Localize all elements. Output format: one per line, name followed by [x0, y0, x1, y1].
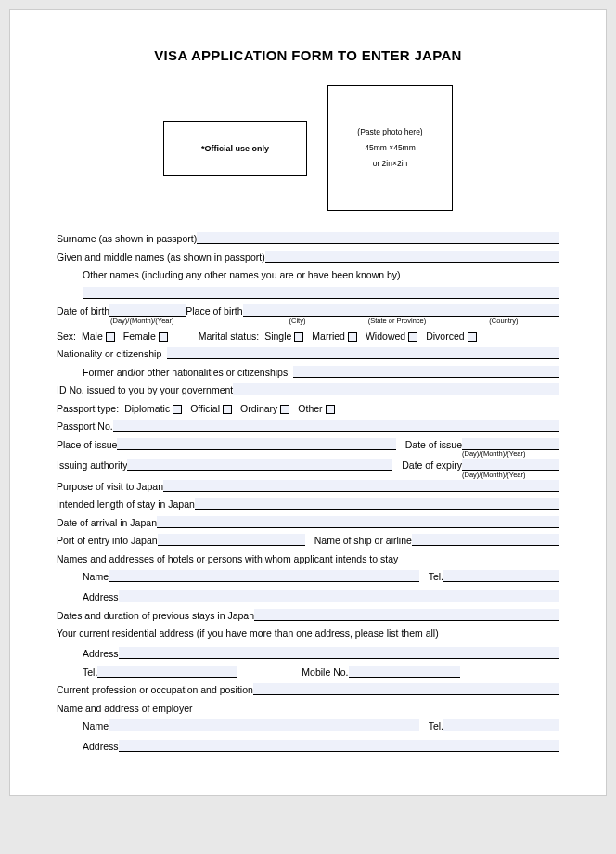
row-other-names-label: Other names (including any other names y…	[57, 267, 559, 280]
label-ship-airline: Name of ship or airline	[314, 535, 412, 546]
row-given-names: Given and middle names (as shown in pass…	[57, 250, 559, 263]
checkbox-married[interactable]	[348, 332, 357, 342]
input-passport-no[interactable]	[113, 420, 559, 432]
row-id-no: ID No. issued to you by your government	[57, 382, 559, 395]
input-given-names[interactable]	[265, 251, 559, 263]
label-divorced: Divorced	[426, 330, 464, 342]
input-res-address[interactable]	[119, 647, 559, 659]
input-other-names[interactable]	[83, 287, 559, 299]
checkbox-widowed[interactable]	[408, 332, 417, 342]
row-hotels-label: Names and addresses of hotels or persons…	[57, 551, 559, 564]
checkbox-official[interactable]	[223, 405, 232, 414]
label-employer-address: Address	[83, 741, 119, 752]
label-sex: Sex:	[57, 330, 76, 342]
input-hotel-tel[interactable]	[443, 570, 559, 582]
label-diplomatic: Diplomatic	[124, 403, 170, 414]
input-surname[interactable]	[197, 232, 559, 244]
input-date-issue[interactable]	[462, 438, 559, 450]
checkbox-divorced[interactable]	[468, 332, 477, 342]
input-id-no[interactable]	[233, 383, 559, 395]
input-intended-length[interactable]	[195, 498, 559, 510]
row-sex-marital: Sex: Male Female Marital status: Single …	[57, 329, 559, 342]
input-date-arrival[interactable]	[157, 516, 559, 528]
label-employer: Name and address of employer	[57, 703, 193, 714]
label-widowed: Widowed	[366, 330, 405, 342]
checkbox-diplomatic[interactable]	[173, 405, 182, 414]
label-given-names: Given and middle names (as shown in pass…	[57, 252, 265, 263]
label-current-address: Your current residential address (if you…	[57, 628, 439, 639]
row-hotel-name: Name Tel.	[57, 569, 559, 582]
input-place-issue[interactable]	[117, 438, 395, 450]
input-hotel-name[interactable]	[109, 570, 419, 582]
label-hotel-address: Address	[83, 591, 119, 602]
label-surname: Surname (as shown in passport)	[57, 233, 197, 244]
input-nationality[interactable]	[167, 347, 559, 359]
row-date-arrival: Date of arrival in Japan	[57, 515, 559, 528]
label-dob: Date of birth	[57, 305, 109, 317]
input-pob[interactable]	[243, 304, 560, 317]
photo-line2: 45mm ×45mm	[365, 140, 416, 156]
form-title: VISA APPLICATION FORM TO ENTER JAPAN	[57, 47, 559, 63]
row-res-tel-mobile: Tel. Mobile No.	[57, 665, 559, 678]
sublabel-state: (State or Province)	[346, 317, 448, 325]
input-employer-address[interactable]	[119, 740, 559, 752]
input-port-entry[interactable]	[158, 534, 305, 546]
label-purpose: Purpose of visit to Japan	[57, 481, 163, 492]
row-intended-length: Intended length of stay in Japan	[57, 497, 559, 510]
input-employer-name[interactable]	[109, 719, 419, 731]
input-res-tel[interactable]	[97, 666, 237, 678]
row-dob-pob: Date of birth Place of birth	[57, 304, 559, 317]
label-issuing-authority: Issuing authority	[57, 459, 127, 471]
row-previous-stays: Dates and duration of previous stays in …	[57, 608, 559, 621]
input-ship-airline[interactable]	[412, 534, 559, 546]
checkbox-male[interactable]	[106, 332, 115, 342]
row-surname: Surname (as shown in passport)	[57, 231, 559, 244]
input-date-expiry[interactable]	[462, 459, 559, 471]
label-female: Female	[123, 330, 156, 342]
label-profession: Current profession or occupation and pos…	[57, 684, 253, 695]
row-former-nationality: Former and/or other nationalities or cit…	[57, 365, 559, 378]
sublabel-dmy-expiry: (Day)/(Month)/(Year)	[462, 471, 559, 479]
official-use-box: *Official use only	[163, 121, 307, 176]
checkbox-other[interactable]	[326, 405, 335, 414]
label-date-arrival: Date of arrival in Japan	[57, 517, 157, 528]
label-mobile-no: Mobile No.	[302, 666, 348, 678]
photo-line1: (Paste photo here)	[357, 124, 422, 140]
label-previous-stays: Dates and duration of previous stays in …	[57, 610, 254, 621]
label-res-tel: Tel.	[83, 666, 97, 678]
input-purpose[interactable]	[163, 480, 559, 492]
row-res-address: Address	[57, 646, 559, 659]
input-previous-stays[interactable]	[254, 609, 559, 621]
label-id-no: ID No. issued to you by your government	[57, 384, 233, 395]
row-profession: Current profession or occupation and pos…	[57, 682, 559, 695]
checkbox-ordinary[interactable]	[280, 405, 289, 414]
label-former-nationality: Former and/or other nationalities or cit…	[83, 367, 288, 378]
label-employer-name: Name	[83, 720, 109, 731]
label-ordinary: Ordinary	[240, 403, 277, 414]
sublabel-dmy-issue: (Day)/(Month)/(Year)	[462, 449, 559, 458]
row-nationality: Nationality or citizenship	[57, 346, 559, 359]
input-employer-tel[interactable]	[443, 719, 559, 731]
input-mobile-no[interactable]	[349, 666, 460, 678]
checkbox-single[interactable]	[294, 332, 303, 342]
input-hotel-address[interactable]	[119, 590, 559, 602]
row-passport-no: Passport No.	[57, 419, 559, 432]
input-dob[interactable]	[109, 304, 186, 317]
row-hotel-address: Address	[57, 589, 559, 602]
input-profession[interactable]	[253, 683, 559, 695]
row-date-issue-sublabel: (Day)/(Month)/(Year)	[57, 450, 559, 458]
label-male: Male	[82, 330, 103, 342]
checkbox-female[interactable]	[159, 332, 168, 342]
label-passport-no: Passport No.	[57, 421, 113, 432]
header-boxes: *Official use only (Paste photo here) 45…	[57, 85, 559, 211]
label-married: Married	[312, 330, 345, 342]
label-official: Official	[190, 403, 220, 414]
sublabel-city: (City)	[249, 317, 346, 325]
input-former-nationality[interactable]	[293, 366, 559, 378]
label-date-expiry: Date of expiry	[402, 459, 462, 471]
row-employer-address: Address	[57, 739, 559, 752]
label-res-address: Address	[83, 648, 119, 659]
label-other-names: Other names (including any other names y…	[83, 269, 401, 280]
input-issuing-authority[interactable]	[127, 459, 392, 471]
row-port-ship: Port of entry into Japan Name of ship or…	[57, 533, 559, 546]
